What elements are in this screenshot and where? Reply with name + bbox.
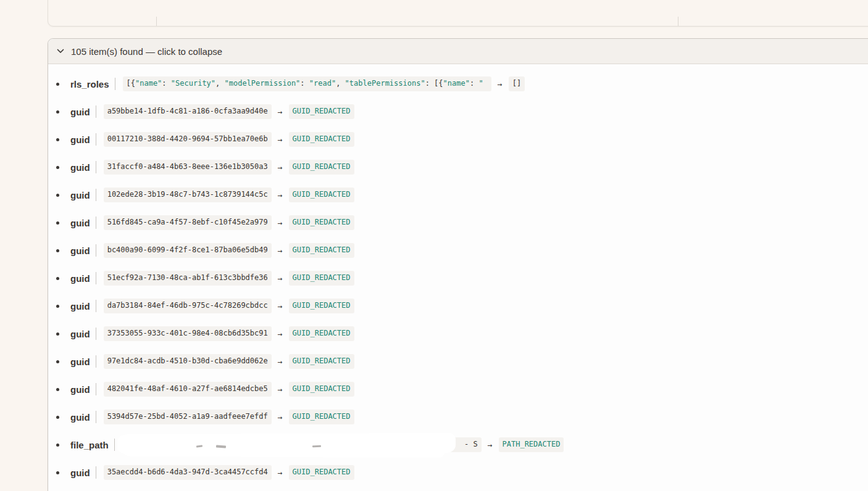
- key-value-divider: [115, 78, 115, 90]
- json-token: "read": [309, 79, 336, 88]
- bullet-icon: [56, 166, 59, 169]
- result-row: rls_roles [{"name": "Security", "modelPe…: [56, 76, 868, 92]
- json-token: : [{: [425, 79, 443, 88]
- key-value-divider: [96, 466, 96, 479]
- result-chip: []: [509, 76, 525, 91]
- bullet-icon: [56, 332, 59, 336]
- result-chip: GUID_REDACTED: [289, 410, 354, 424]
- key-value-divider: [96, 272, 96, 284]
- result-row: guid 00117210-388d-4420-9694-57bb1ea70e6…: [56, 131, 868, 147]
- result-row: guid 35aecdd4-b6d6-4da3-947d-3ca4457ccfd…: [56, 464, 868, 481]
- key-value-divider: [96, 189, 96, 201]
- arrow-icon: →: [278, 135, 283, 144]
- field-name: guid: [70, 412, 90, 423]
- bullet-icon: [56, 416, 59, 419]
- result-chip: GUID_REDACTED: [289, 271, 354, 286]
- bullet-icon: [56, 360, 59, 363]
- result-chip: GUID_REDACTED: [289, 104, 354, 119]
- key-value-divider: [96, 105, 96, 118]
- column-divider: [678, 17, 678, 26]
- arrow-icon: →: [278, 163, 283, 172]
- result-chip: GUID_REDACTED: [289, 382, 354, 397]
- bullet-icon: [56, 138, 59, 141]
- field-name: guid: [70, 301, 90, 312]
- result-row: guid bc400a90-6099-4f2f-8ce1-87ba06e5db4…: [56, 242, 868, 258]
- result-chip: GUID_REDACTED: [289, 132, 354, 147]
- json-token: "modelPermission": [225, 79, 301, 88]
- field-name: guid: [70, 134, 90, 145]
- result-row: file_path - S → PATH_REDACTED: [56, 437, 868, 453]
- result-row: guid 51ecf92a-7130-48ca-ab1f-613c3bbdfe3…: [56, 270, 868, 286]
- redaction-blob: [123, 447, 444, 458]
- field-name: guid: [70, 357, 90, 367]
- result-row: guid 37353055-933c-401c-98e4-08cb6d35bc9…: [56, 326, 868, 342]
- json-token: "name": [443, 79, 470, 88]
- result-chip: GUID_REDACTED: [289, 354, 354, 369]
- json-token: ,: [336, 79, 344, 88]
- json-token: :: [470, 79, 478, 88]
- value-chip: 37353055-933c-401c-98e4-08cb6d35bc91: [104, 326, 272, 341]
- bullet-icon: [56, 221, 59, 225]
- value-chip: 51ecf92a-7130-48ca-ab1f-613c3bbdfe36: [104, 271, 272, 286]
- arrow-icon: →: [278, 329, 283, 339]
- result-chip: PATH_REDACTED: [499, 437, 564, 452]
- json-token: "Security": [171, 79, 215, 88]
- result-row: guid 516fd845-ca9a-4f57-8ebf-c10f45e2a97…: [56, 215, 868, 231]
- bullet-icon: [56, 444, 59, 447]
- column-divider: [156, 17, 157, 26]
- result-row: guid 102ede28-3b19-48c7-b743-1c8739144c5…: [56, 187, 868, 203]
- result-row: guid 31faccf0-a484-4b63-8eee-136e1b3050a…: [56, 159, 868, 175]
- arrow-icon: →: [278, 191, 283, 200]
- bullet-icon: [56, 83, 59, 86]
- field-name: file_path: [70, 440, 109, 450]
- json-token: "tablePermissions": [345, 79, 425, 88]
- bullet-icon: [56, 249, 59, 252]
- arrow-icon: →: [278, 218, 283, 228]
- field-name: guid: [70, 190, 90, 200]
- json-token: ": [478, 79, 487, 88]
- key-value-divider: [96, 328, 96, 340]
- result-chip: GUID_REDACTED: [289, 215, 354, 230]
- value-chip: 516fd845-ca9a-4f57-8ebf-c10f45e2a979: [104, 215, 272, 230]
- field-name: guid: [70, 384, 90, 395]
- chevron-down-icon: [57, 49, 64, 54]
- value-chip: 97e1dc84-acdb-4510-b30d-cba6e9dd062e: [104, 354, 272, 369]
- key-value-divider: [96, 161, 96, 173]
- arrow-icon: →: [498, 80, 503, 89]
- collapse-header[interactable]: 105 item(s) found — click to collapse: [48, 39, 868, 64]
- result-row: guid 97e1dc84-acdb-4510-b30d-cba6e9dd062…: [56, 353, 868, 369]
- arrow-icon: →: [278, 357, 283, 366]
- key-value-divider: [96, 355, 96, 368]
- result-row: guid 5394d57e-25bd-4052-a1a9-aadfeee7efd…: [56, 409, 868, 425]
- arrow-icon: →: [278, 468, 283, 477]
- value-chip: 00117210-388d-4420-9694-57bb1ea70e6b: [104, 132, 272, 147]
- field-name: guid: [70, 329, 90, 339]
- key-value-divider: [96, 300, 96, 312]
- result-row: guid da7b3184-84ef-46db-975c-4c78269cbdc…: [56, 298, 868, 314]
- arrow-icon: →: [278, 385, 283, 394]
- field-name: guid: [70, 246, 90, 256]
- bullet-icon: [56, 388, 59, 391]
- result-chip: GUID_REDACTED: [289, 160, 354, 175]
- value-chip: 35aecdd4-b6d6-4da3-947d-3ca4457ccfd4: [104, 465, 272, 480]
- result-row: guid 482041fe-48af-4610-a27f-ae6814edcbe…: [56, 381, 868, 397]
- bullet-icon: [56, 277, 59, 280]
- key-value-divider: [96, 411, 96, 423]
- field-name: guid: [70, 218, 90, 228]
- json-token: [{: [127, 79, 135, 88]
- json-token: ,: [215, 79, 224, 88]
- arrow-icon: →: [278, 413, 283, 422]
- results-list: rls_roles [{"name": "Security", "modelPe…: [48, 64, 868, 481]
- arrow-icon: →: [488, 440, 493, 450]
- visible-path-tail: - S: [464, 440, 478, 450]
- key-value-divider: [96, 133, 96, 146]
- result-chip: GUID_REDACTED: [289, 243, 354, 258]
- result-chip: GUID_REDACTED: [289, 299, 354, 313]
- value-chip: a59bbe14-1dfb-4c81-a186-0cfa3aa9d40e: [104, 104, 272, 119]
- field-name: guid: [70, 107, 90, 117]
- result-chip: GUID_REDACTED: [289, 188, 354, 202]
- previous-section-card: [48, 0, 868, 27]
- value-chip: bc400a90-6099-4f2f-8ce1-87ba06e5db49: [104, 243, 272, 258]
- bullet-icon: [56, 194, 59, 197]
- value-chip: da7b3184-84ef-46db-975c-4c78269cbdcc: [104, 299, 272, 313]
